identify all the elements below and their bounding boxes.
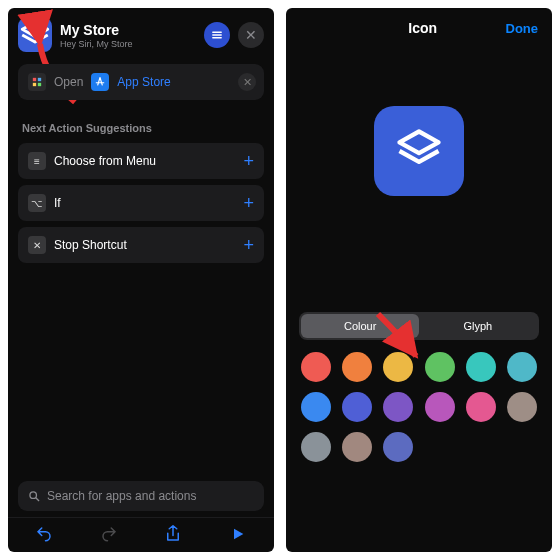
share-button[interactable] — [157, 524, 189, 544]
suggestion-label: If — [54, 196, 235, 210]
colour-swatch[interactable] — [342, 352, 372, 382]
svg-rect-3 — [38, 83, 41, 86]
colour-swatch[interactable] — [342, 392, 372, 422]
svg-rect-1 — [38, 78, 41, 81]
colour-swatch[interactable] — [383, 432, 413, 462]
suggestion-row[interactable]: ≡ Choose from Menu + — [18, 143, 264, 179]
colour-swatch[interactable] — [342, 432, 372, 462]
open-label: Open — [54, 75, 83, 89]
icon-picker-screen: Icon Done Colour Glyph — [286, 8, 552, 552]
run-button[interactable] — [222, 526, 254, 542]
appstore-icon — [91, 73, 109, 91]
grid-icon — [28, 73, 46, 91]
colour-swatch[interactable] — [301, 352, 331, 382]
shortcut-title: My Store — [60, 22, 196, 38]
open-target: App Store — [117, 75, 170, 89]
page-title: Icon — [408, 20, 437, 36]
colour-swatch[interactable] — [466, 392, 496, 422]
colour-swatch[interactable] — [507, 352, 537, 382]
stop-icon: ✕ — [28, 236, 46, 254]
colour-swatch[interactable] — [507, 392, 537, 422]
menu-icon: ≡ — [28, 152, 46, 170]
tab-colour[interactable]: Colour — [301, 314, 419, 338]
add-icon: + — [243, 236, 254, 254]
header: My Store Hey Siri, My Store ✕ — [8, 8, 274, 60]
suggestion-label: Stop Shortcut — [54, 238, 235, 252]
redo-button[interactable] — [93, 525, 125, 543]
title-block: My Store Hey Siri, My Store — [60, 22, 196, 49]
segmented-control: Colour Glyph — [299, 312, 538, 340]
search-placeholder: Search for apps and actions — [47, 489, 196, 503]
search-icon — [28, 490, 41, 503]
icon-preview — [374, 106, 464, 196]
play-icon — [230, 526, 246, 542]
colour-swatch[interactable] — [425, 352, 455, 382]
footer: Search for apps and actions — [8, 481, 274, 552]
shortcut-editor-screen: My Store Hey Siri, My Store ✕ Open App S… — [8, 8, 274, 552]
tab-glyph[interactable]: Glyph — [419, 314, 537, 338]
shortcut-icon-button[interactable] — [18, 18, 52, 52]
svg-point-4 — [30, 491, 37, 498]
done-button[interactable]: Done — [506, 21, 539, 36]
close-button[interactable]: ✕ — [238, 22, 264, 48]
colour-swatch[interactable] — [383, 352, 413, 382]
siri-phrase: Hey Siri, My Store — [60, 39, 196, 49]
share-icon — [164, 524, 182, 544]
close-icon: ✕ — [243, 76, 252, 89]
colour-swatch[interactable] — [383, 392, 413, 422]
add-icon: + — [243, 194, 254, 212]
layers-icon — [393, 125, 445, 177]
colour-swatch[interactable] — [425, 392, 455, 422]
suggestion-label: Choose from Menu — [54, 154, 235, 168]
svg-rect-0 — [33, 78, 36, 81]
header: Icon Done — [286, 8, 552, 48]
clear-action-button[interactable]: ✕ — [238, 73, 256, 91]
undo-button[interactable] — [28, 525, 60, 543]
add-icon: + — [243, 152, 254, 170]
colour-swatches — [300, 352, 538, 462]
suggestions-header: Next Action Suggestions — [22, 122, 260, 134]
close-icon: ✕ — [245, 27, 257, 43]
suggestion-row[interactable]: ⌥ If + — [18, 185, 264, 221]
layers-icon — [18, 18, 52, 52]
menu-lines-icon — [210, 28, 224, 42]
svg-rect-2 — [33, 83, 36, 86]
suggestion-row[interactable]: ✕ Stop Shortcut + — [18, 227, 264, 263]
colour-swatch[interactable] — [301, 432, 331, 462]
branch-icon: ⌥ — [28, 194, 46, 212]
redo-icon — [100, 525, 118, 543]
settings-button[interactable] — [204, 22, 230, 48]
toolbar — [8, 517, 274, 552]
colour-swatch[interactable] — [466, 352, 496, 382]
search-input[interactable]: Search for apps and actions — [18, 481, 264, 511]
open-action-row[interactable]: Open App Store ✕ — [18, 64, 264, 100]
colour-swatch[interactable] — [301, 392, 331, 422]
undo-icon — [35, 525, 53, 543]
